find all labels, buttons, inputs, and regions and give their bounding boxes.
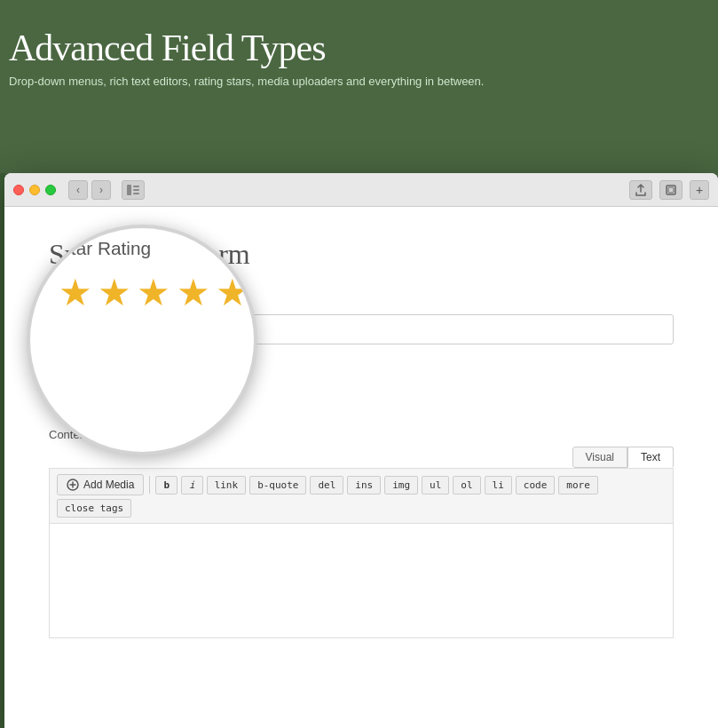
svg-rect-1 [133, 186, 139, 187]
traffic-lights [13, 185, 56, 195]
svg-rect-3 [133, 193, 139, 194]
page-title: Advanced Field Types [9, 27, 700, 69]
editor-btn-ul[interactable]: ul [422, 476, 449, 495]
toolbar-separator [149, 476, 150, 494]
svg-rect-5 [668, 187, 674, 193]
new-tab-button[interactable]: + [690, 180, 709, 200]
star-rating-field: Star Rating ★ ★ ★ ★ ★ ★ ★ ★ [49, 362, 674, 410]
star-5[interactable]: ★ [145, 383, 165, 410]
traffic-light-red[interactable] [13, 185, 24, 195]
add-media-button[interactable]: Add Media [57, 474, 144, 495]
editor-btn-li[interactable]: li [485, 476, 512, 495]
editor-btn-ol[interactable]: ol [453, 476, 480, 495]
editor-btn-b[interactable]: b [155, 476, 178, 495]
content-editor[interactable] [49, 523, 674, 638]
star-rating-label: Star Rating [49, 362, 674, 376]
content-label: Content [49, 428, 674, 441]
editor-btn-del[interactable]: del [310, 476, 343, 495]
editor-tabs: Visual Text [49, 447, 674, 468]
page-content: Submission Form Title Star Rating ★ ★ ★ … [4, 207, 718, 728]
star-4[interactable]: ★ [121, 383, 141, 410]
editor-btn-code[interactable]: code [516, 476, 556, 495]
form-heading: Submission Form [49, 238, 674, 271]
editor-toolbar: Add Media b i link b-quote del ins img u… [49, 468, 674, 523]
title-label: Title [49, 296, 674, 309]
editor-btn-bquote[interactable]: b-quote [249, 476, 306, 495]
editor-btn-more[interactable]: more [558, 476, 598, 495]
sidebar-toggle-button[interactable] [122, 180, 145, 200]
content-field: Content Visual Text Add Media b i link b… [49, 428, 674, 642]
header-section: Advanced Field Types Drop-down menus, ri… [0, 0, 718, 106]
back-button[interactable]: ‹ [68, 180, 88, 200]
editor-btn-close-tags[interactable]: close tags [57, 499, 131, 518]
star-2[interactable]: ★ [73, 383, 93, 410]
tab-visual[interactable]: Visual [572, 447, 627, 468]
toolbar-right [629, 180, 682, 200]
svg-rect-0 [127, 185, 131, 195]
title-field: Title [49, 296, 674, 344]
nav-buttons: ‹ › [68, 180, 111, 200]
star-8[interactable]: ★ [217, 383, 237, 410]
tab-text[interactable]: Text [627, 447, 674, 468]
browser-window: ‹ › + [4, 173, 718, 728]
star-3[interactable]: ★ [97, 383, 117, 410]
forward-button[interactable]: › [91, 180, 111, 200]
browser-toolbar: ‹ › + [4, 173, 718, 207]
editor-btn-img[interactable]: img [384, 476, 418, 495]
fullscreen-button[interactable] [659, 180, 682, 200]
star-1[interactable]: ★ [49, 383, 69, 410]
stars-row: ★ ★ ★ ★ ★ ★ ★ ★ [49, 383, 674, 410]
page-subtitle: Drop-down menus, rich text editors, rati… [9, 75, 700, 88]
add-media-icon [67, 479, 79, 491]
editor-btn-link[interactable]: link [207, 476, 247, 495]
editor-btn-i[interactable]: i [181, 476, 203, 495]
star-6[interactable]: ★ [169, 383, 189, 410]
traffic-light-green[interactable] [45, 185, 56, 195]
editor-btn-ins[interactable]: ins [347, 476, 381, 495]
star-7[interactable]: ★ [193, 383, 213, 410]
traffic-light-yellow[interactable] [29, 185, 40, 195]
svg-rect-2 [133, 189, 139, 191]
title-input[interactable] [49, 314, 674, 344]
share-button[interactable] [629, 180, 652, 200]
